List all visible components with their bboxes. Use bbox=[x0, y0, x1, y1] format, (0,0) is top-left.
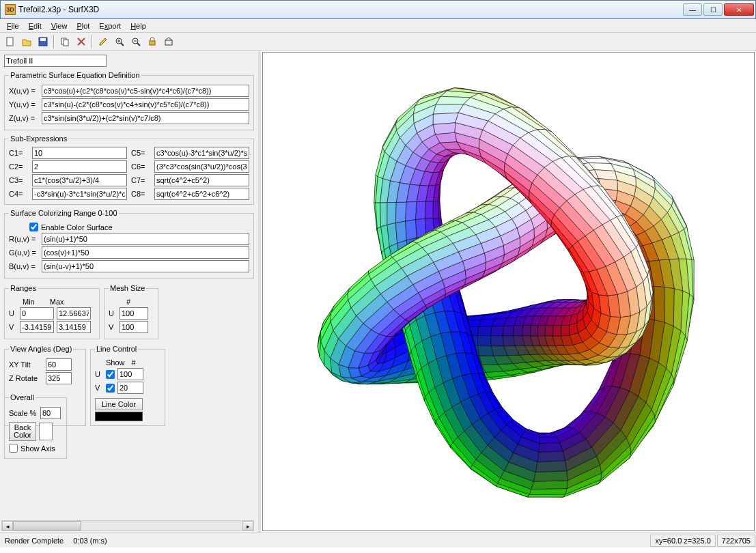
line-v-label: V bbox=[95, 384, 103, 392]
x-label: X(u,v) = bbox=[9, 87, 39, 95]
mesh-u-input[interactable] bbox=[120, 307, 148, 320]
svg-line-6 bbox=[121, 43, 124, 46]
lock-icon[interactable] bbox=[145, 34, 160, 49]
svg-marker-1179 bbox=[533, 471, 568, 481]
c2-input[interactable] bbox=[32, 160, 127, 173]
c4-input[interactable] bbox=[32, 188, 127, 200]
show-axis-checkbox[interactable] bbox=[9, 444, 18, 453]
c1-input[interactable] bbox=[32, 147, 127, 159]
c8-input[interactable] bbox=[154, 188, 249, 200]
b-label: B(u,v) = bbox=[9, 262, 39, 270]
svg-marker-501 bbox=[530, 326, 537, 336]
u-min-input[interactable] bbox=[20, 307, 54, 320]
y-equation-input[interactable] bbox=[42, 98, 249, 111]
menu-help[interactable]: Help bbox=[126, 20, 150, 31]
app-icon: 3D bbox=[5, 4, 16, 15]
line-v-count-input[interactable] bbox=[117, 382, 143, 394]
svg-marker-368 bbox=[522, 326, 530, 336]
open-icon[interactable] bbox=[19, 34, 34, 49]
b-equation-input[interactable] bbox=[42, 260, 249, 272]
surface-name-input[interactable] bbox=[4, 55, 107, 67]
range-v-label: V bbox=[9, 323, 17, 331]
r-label: R(u,v) = bbox=[9, 235, 39, 243]
c6-input[interactable] bbox=[154, 160, 249, 173]
status-dims: 722x705 bbox=[717, 535, 755, 547]
x-equation-input[interactable] bbox=[42, 85, 249, 97]
save-icon[interactable] bbox=[36, 34, 51, 49]
menu-edit[interactable]: Edit bbox=[25, 20, 46, 31]
range-u-label: U bbox=[9, 309, 17, 317]
status-bar: Render Complete 0:03 (m:s) xy=60.0 z=325… bbox=[0, 533, 756, 548]
mesh-legend: Mesh Size bbox=[109, 284, 146, 292]
line-color-button[interactable]: Line Color bbox=[95, 398, 143, 410]
max-header: Max bbox=[50, 298, 64, 306]
panel-scrollbar[interactable]: ◂ ▸ bbox=[1, 520, 254, 531]
u-max-input[interactable] bbox=[57, 307, 91, 320]
min-header: Min bbox=[23, 298, 35, 306]
line-u-count-input[interactable] bbox=[117, 368, 143, 380]
maximize-button[interactable]: ☐ bbox=[703, 3, 723, 16]
window-title: Trefoil2.x3p - SurfX3D bbox=[18, 5, 683, 14]
tilt-input[interactable] bbox=[46, 358, 72, 371]
c3-input[interactable] bbox=[32, 174, 127, 186]
mesh-v-input[interactable] bbox=[120, 321, 148, 333]
colorizing-legend: Surface Colorizing Range 0-100 bbox=[9, 209, 119, 217]
svg-marker-1110 bbox=[529, 489, 567, 495]
mesh-fieldset: Mesh Size # U V bbox=[104, 284, 158, 339]
svg-marker-1127 bbox=[540, 437, 559, 444]
scroll-right-icon[interactable]: ▸ bbox=[242, 521, 253, 530]
v-max-input[interactable] bbox=[57, 321, 91, 333]
line-v-show-checkbox[interactable] bbox=[106, 384, 115, 393]
v-min-input[interactable] bbox=[20, 321, 54, 333]
scroll-thumb[interactable] bbox=[13, 521, 81, 530]
svg-marker-1065 bbox=[433, 123, 456, 134]
scale-input[interactable] bbox=[40, 407, 61, 419]
menu-plot[interactable]: Plot bbox=[72, 20, 94, 31]
new-icon[interactable] bbox=[3, 34, 18, 49]
rotate-input[interactable] bbox=[46, 372, 72, 384]
overall-fieldset: Overall Scale % Back Color Show Axis bbox=[4, 393, 67, 459]
pencil-icon[interactable] bbox=[96, 34, 111, 49]
svg-marker-486 bbox=[664, 287, 674, 326]
svg-marker-623 bbox=[387, 202, 395, 225]
svg-line-10 bbox=[137, 43, 140, 46]
c4-label: C4= bbox=[9, 190, 31, 198]
splitter[interactable] bbox=[258, 51, 261, 533]
zoom-out-icon[interactable] bbox=[128, 34, 143, 49]
render-viewport[interactable] bbox=[262, 52, 755, 531]
line-u-show-checkbox[interactable] bbox=[106, 370, 115, 379]
title-bar: 3D Trefoil2.x3p - SurfX3D — ☐ ✕ bbox=[0, 0, 756, 19]
svg-rect-4 bbox=[64, 40, 68, 46]
copy-icon[interactable] bbox=[57, 34, 72, 49]
menu-file[interactable]: File bbox=[3, 20, 23, 31]
delete-icon[interactable] bbox=[74, 34, 89, 49]
menu-export[interactable]: Export bbox=[95, 20, 125, 31]
minimize-button[interactable]: — bbox=[683, 3, 702, 16]
c5-input[interactable] bbox=[154, 147, 249, 159]
scroll-left-icon[interactable]: ◂ bbox=[2, 521, 13, 530]
scale-label: Scale % bbox=[9, 409, 38, 417]
svg-marker-639 bbox=[415, 201, 425, 220]
ranges-legend: Ranges bbox=[9, 284, 38, 292]
g-equation-input[interactable] bbox=[42, 246, 249, 259]
svg-rect-0 bbox=[7, 38, 13, 46]
z-equation-input[interactable] bbox=[42, 112, 249, 124]
svg-marker-659 bbox=[405, 202, 416, 221]
svg-marker-675 bbox=[395, 221, 406, 243]
colorizing-fieldset: Surface Colorizing Range 0-100 Enable Co… bbox=[4, 209, 254, 279]
svg-marker-1188 bbox=[537, 451, 565, 462]
equation-legend: Parametric Surface Equation Definition bbox=[9, 71, 141, 79]
svg-marker-1191 bbox=[535, 461, 567, 472]
enable-color-checkbox[interactable] bbox=[29, 223, 38, 231]
menu-view[interactable]: View bbox=[47, 20, 72, 31]
c7-input[interactable] bbox=[154, 174, 249, 186]
view-angles-legend: View Angles (Deg) bbox=[9, 345, 73, 353]
zoom-in-icon[interactable] bbox=[112, 34, 127, 49]
close-button[interactable]: ✕ bbox=[724, 3, 754, 16]
r-equation-input[interactable] bbox=[42, 233, 249, 245]
svg-marker-540 bbox=[432, 201, 438, 218]
back-color-button[interactable]: Back Color bbox=[9, 422, 36, 441]
svg-marker-686 bbox=[405, 220, 416, 240]
refresh-icon[interactable] bbox=[161, 34, 176, 49]
c2-label: C2= bbox=[9, 162, 31, 171]
